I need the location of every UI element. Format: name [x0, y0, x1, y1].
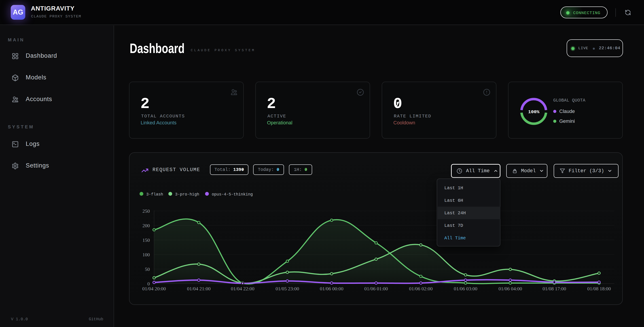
svg-text:200: 200 — [142, 223, 150, 228]
svg-text:01/06 01:00: 01/06 01:00 — [364, 286, 388, 292]
svg-text:01/06 00:00: 01/06 00:00 — [320, 286, 344, 292]
svg-text:01/05 23:00: 01/05 23:00 — [276, 286, 299, 292]
svg-text:01/08 18:00: 01/08 18:00 — [587, 286, 611, 292]
svg-text:01/04 21:00: 01/04 21:00 — [187, 286, 211, 292]
svg-text:01/06 03:00: 01/06 03:00 — [454, 286, 478, 292]
svg-text:100: 100 — [142, 252, 150, 258]
svg-text:01/06 02:00: 01/06 02:00 — [409, 286, 433, 292]
svg-text:250: 250 — [142, 208, 150, 214]
svg-text:150: 150 — [142, 237, 150, 243]
svg-text:01/06 04:00: 01/06 04:00 — [498, 286, 522, 292]
svg-text:01/04 22:00: 01/04 22:00 — [231, 286, 254, 292]
svg-text:01/04 20:00: 01/04 20:00 — [142, 286, 166, 292]
svg-text:01/08 17:00: 01/08 17:00 — [542, 286, 566, 292]
svg-text:50: 50 — [145, 266, 150, 272]
